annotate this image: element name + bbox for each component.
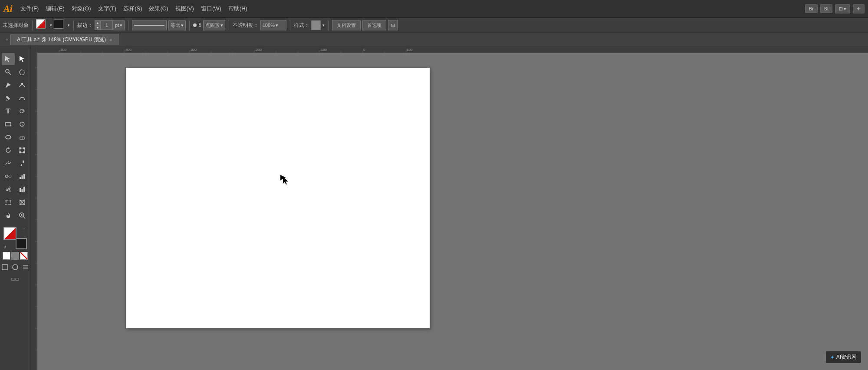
svg-point-5 — [21, 83, 23, 85]
screen-full-btn[interactable] — [10, 262, 20, 272]
opacity-label: 不透明度： — [233, 22, 259, 29]
menu-help[interactable]: 帮助(H) — [225, 3, 251, 14]
stroke-value-input[interactable] — [101, 20, 113, 30]
tool-row-lasso — [0, 66, 30, 78]
fill-dropdown-icon[interactable]: ▾ — [50, 23, 52, 27]
stroke-spinner[interactable]: ▲ ▼ — [95, 20, 101, 30]
hand-tool-btn[interactable] — [2, 209, 15, 221]
document-tab[interactable]: AI工具.ai* @ 148% (CMYK/GPU 预览) × — [10, 34, 118, 45]
svg-rect-6 — [6, 96, 10, 100]
zoom-tool-btn[interactable] — [16, 209, 29, 221]
menu-text[interactable]: 文字(T) — [95, 3, 120, 14]
svg-rect-50 — [15, 278, 18, 280]
stroke-label: 描边： — [77, 22, 93, 29]
eraser-tool-btn[interactable] — [16, 131, 29, 143]
menu-file[interactable]: 文件(F) — [17, 3, 43, 14]
pencil-tool-btn[interactable] — [2, 92, 15, 104]
style-swatch[interactable] — [311, 20, 321, 30]
svg-rect-15 — [20, 148, 21, 149]
smooth-tool-btn[interactable] — [16, 92, 29, 104]
stroke-up[interactable]: ▲ — [95, 20, 101, 25]
svg-rect-34 — [6, 200, 10, 205]
slice-tool-btn[interactable] — [16, 196, 29, 208]
transform-btn[interactable]: ⊡ — [388, 20, 398, 30]
direct-selection-tool-btn[interactable] — [16, 53, 29, 65]
ruler-top: -500 -400 -300 -200 -100 0 100 — [37, 46, 868, 53]
bar-chart-tool-btn[interactable] — [16, 183, 29, 195]
svg-rect-16 — [23, 148, 25, 149]
menu-object[interactable]: 对象(O) — [68, 3, 95, 14]
scale-dropdown[interactable]: 等比 ▾ — [168, 20, 186, 30]
separator-7 — [328, 20, 329, 30]
menu-select[interactable]: 选择(S) — [120, 3, 145, 14]
free-transform-btn[interactable] — [16, 144, 29, 156]
stroke-down[interactable]: ▼ — [95, 25, 101, 30]
stroke-unit-dropdown[interactable]: pt ▾ — [113, 20, 125, 30]
warp-tool-btn[interactable] — [2, 157, 15, 169]
swap-colors-icon[interactable]: ↔ — [22, 227, 26, 231]
watermark: ✦ AI资讯网 — [826, 351, 861, 363]
svg-rect-32 — [21, 189, 23, 192]
chart-tool-btn[interactable] — [16, 170, 29, 182]
menu-effect[interactable]: 效果(C) — [145, 3, 171, 14]
menu-view[interactable]: 视图(V) — [172, 3, 197, 14]
none-swatch[interactable] — [20, 252, 28, 260]
fill-swatch-btn[interactable] — [36, 19, 48, 31]
shape-dropdown[interactable]: 点圆形 ▾ — [203, 20, 225, 30]
ellipse-tool-btn[interactable] — [2, 131, 15, 143]
tool-row-pencil — [0, 92, 30, 104]
stroke-color-swatch[interactable] — [16, 238, 27, 249]
lasso-tool-btn[interactable] — [16, 66, 29, 78]
white-swatch[interactable] — [3, 252, 10, 260]
blend-tool-btn[interactable] — [2, 170, 15, 182]
toggle-panels-btn[interactable] — [4, 274, 26, 284]
svg-point-22 — [5, 175, 8, 178]
style-dropdown-icon[interactable]: ▾ — [322, 23, 325, 27]
canvas-area[interactable]: -500 -400 -300 -200 -100 0 100 — [30, 46, 868, 370]
workspace-btn[interactable]: ⊞ ▾ — [835, 4, 850, 13]
eyedropper-tool-btn[interactable] — [16, 157, 29, 169]
artboard-tool-btn[interactable] — [2, 196, 15, 208]
share-btn[interactable]: ✈ — [853, 4, 865, 13]
rectangle-tool-btn[interactable] — [2, 118, 15, 130]
stroke-swatch-btn[interactable] — [54, 19, 66, 31]
curvature-tool-btn[interactable] — [16, 79, 29, 91]
spiral-tool-btn[interactable] — [16, 105, 29, 117]
rotate-tool-btn[interactable] — [2, 144, 15, 156]
screen-menu-btn[interactable] — [21, 262, 30, 272]
gray-swatch[interactable] — [11, 252, 19, 260]
tab-close-btn[interactable]: × — [109, 37, 112, 43]
pen-tool-btn[interactable] — [2, 79, 15, 91]
symbol-tool-btn[interactable] — [2, 183, 15, 195]
svg-line-41 — [23, 217, 25, 218]
svg-line-2 — [9, 73, 11, 75]
type-tool-btn[interactable]: T — [2, 105, 15, 117]
stroke-line-style[interactable] — [132, 20, 167, 30]
separator-2 — [73, 20, 74, 30]
share-icon: ✈ — [857, 6, 861, 12]
opacity-dropdown[interactable]: 100% ▾ — [260, 20, 286, 30]
screen-normal-btn[interactable] — [0, 262, 10, 272]
tab-title: AI工具.ai* @ 148% (CMYK/GPU 预览) — [17, 36, 106, 43]
svg-point-4 — [9, 84, 10, 86]
screen-mode-controls — [0, 262, 30, 272]
magic-wand-btn[interactable] — [2, 66, 15, 78]
tool-row-blend — [0, 170, 30, 182]
title-right-icons: Br St ⊞ ▾ ✈ — [805, 4, 865, 13]
options-bar: 未选择对象 ▾ ▾ 描边： ▲ ▼ pt ▾ 等比 ▾ 5 点圆形 — [0, 17, 868, 33]
fill-color-swatch[interactable] — [3, 227, 16, 240]
svg-point-11 — [6, 135, 11, 139]
preferences-btn[interactable]: 首选项 — [362, 20, 386, 30]
panel-toggle[interactable]: « — [3, 37, 10, 42]
shaper-tool-btn[interactable] — [16, 118, 29, 130]
bridge-btn[interactable]: Br — [805, 4, 818, 13]
doc-setup-btn[interactable]: 文档设置 — [332, 20, 361, 30]
menu-edit[interactable]: 编辑(E) — [42, 3, 68, 14]
reset-colors-icon[interactable]: ↺ — [3, 245, 7, 249]
selection-tool-btn[interactable] — [2, 53, 15, 65]
title-bar: Ai 文件(F) 编辑(E) 对象(O) 文字(T) 选择(S) 效果(C) 视… — [0, 0, 868, 17]
stock-btn[interactable]: St — [820, 4, 832, 13]
svg-rect-8 — [6, 122, 11, 126]
stroke-dropdown-icon[interactable]: ▾ — [68, 23, 70, 27]
menu-window[interactable]: 窗口(W) — [197, 3, 225, 14]
